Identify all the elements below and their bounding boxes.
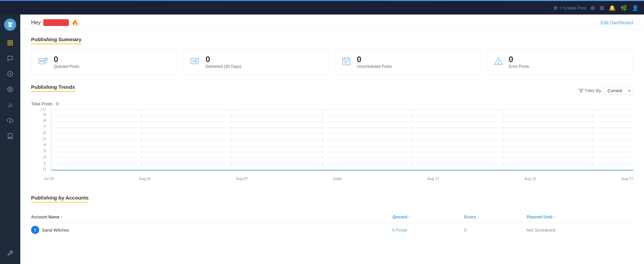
x-label-1: Aug 02: [139, 177, 151, 181]
svg-rect-3: [8, 44, 9, 45]
user-name-redacted: [43, 19, 69, 26]
edit-dashboard-button[interactable]: Edit Dashboard: [600, 20, 633, 25]
layout: Hey 🔥 Edit Dashboard Publishing Summary: [0, 15, 644, 264]
publishing-trends-section: Publishing Trends Filter By Current Prev…: [20, 81, 644, 189]
error-posts-card[interactable]: 0 Error Posts: [487, 50, 634, 75]
create-post-button[interactable]: ⊕ + Create Post: [553, 5, 586, 11]
top-bar: ⊕ + Create Post ⚙ ⊞ 🔔 🌿 👤: [0, 1, 644, 15]
leaf-icon[interactable]: 🌿: [620, 5, 627, 11]
error-posts-label: Error Posts: [509, 64, 529, 69]
svg-text:2: 2: [43, 155, 46, 159]
svg-text:6: 6: [43, 131, 46, 135]
svg-point-14: [40, 60, 42, 62]
delivered-icon: [190, 56, 201, 68]
summary-cards: 0 Queued Posts: [31, 50, 633, 75]
plus-icon: ⊕: [553, 5, 558, 11]
sidebar-item-manage[interactable]: [3, 129, 17, 143]
chart-svg: 10 9 8 7 6 5 4 3 2 1 0: [31, 108, 633, 176]
svg-text:10: 10: [40, 108, 46, 111]
delivered-posts-card[interactable]: 0 Delivered (30 Days): [183, 50, 330, 75]
filter-select-wrapper: Current Previous All Time: [604, 86, 633, 95]
x-label-0: Jul 29: [44, 177, 54, 181]
svg-text:0: 0: [43, 167, 46, 171]
svg-point-7: [8, 87, 13, 92]
svg-point-32: [498, 63, 499, 63]
queued-posts-card[interactable]: 0 Queued Posts: [31, 50, 178, 75]
calendar-icon: [342, 56, 352, 68]
page-header: Hey 🔥 Edit Dashboard: [20, 15, 644, 30]
bell-icon[interactable]: 🔔: [609, 5, 616, 11]
svg-rect-0: [8, 41, 9, 42]
svg-text:4: 4: [43, 143, 46, 147]
sidebar-item-messages[interactable]: [3, 52, 17, 65]
greeting-area: Hey 🔥: [31, 19, 78, 26]
publishing-summary-section: Publishing Summary: [20, 30, 644, 81]
planned-until-cell: Not Scheduled: [526, 222, 633, 238]
chart-container: 10 9 8 7 6 5 4 3 2 1 0: [31, 108, 633, 183]
svg-marker-33: [579, 89, 583, 93]
col-errors[interactable]: Errors ↓: [464, 212, 527, 222]
svg-text:9: 9: [43, 112, 46, 117]
queued-posts-label: Queued Posts: [54, 64, 79, 69]
error-posts-content: 0 Error Posts: [509, 55, 529, 69]
greeting-text: Hey: [31, 20, 41, 26]
errors-cell: 0: [464, 222, 527, 238]
queued-cell: 0 Posts: [392, 222, 464, 238]
svg-text:3: 3: [43, 149, 46, 153]
x-label-5: Aug 22: [524, 177, 536, 181]
filter-icon: [579, 88, 584, 93]
chart-x-labels: Jul 29 Aug 02 Aug 07 today Aug 17 Aug 22…: [31, 176, 633, 181]
unscheduled-posts-label: Unscheduled Posts: [357, 64, 392, 69]
svg-text:5: 5: [43, 137, 46, 141]
x-label-3: today: [333, 177, 342, 181]
table-row: f Sand Witches 0 Posts 0 Not Scheduled: [31, 222, 633, 238]
sidebar-item-listen[interactable]: [3, 83, 17, 96]
col-planned-until[interactable]: Planned Until ↑: [526, 212, 633, 222]
top-bar-icons: ⚙ ⊞ 🔔 🌿 👤: [590, 5, 639, 11]
delivered-posts-number: 0: [206, 55, 242, 63]
publishing-summary-title: Publishing Summary: [31, 36, 81, 44]
unscheduled-posts-content: 0 Unscheduled Posts: [357, 55, 392, 69]
col-queued[interactable]: Queued ↑: [392, 212, 464, 222]
sidebar-item-library[interactable]: [3, 114, 17, 127]
main-content: Hey 🔥 Edit Dashboard Publishing Summary: [20, 15, 644, 264]
queued-posts-number: 0: [54, 55, 79, 63]
gear-icon[interactable]: ⚙: [590, 5, 595, 11]
col-account-name[interactable]: Account Name ↑: [31, 212, 392, 222]
svg-rect-25: [343, 58, 350, 65]
x-label-6: Aug 27: [621, 177, 633, 181]
filter-select[interactable]: Current Previous All Time: [604, 86, 633, 95]
grid-icon[interactable]: ⊞: [600, 5, 604, 11]
sidebar-item-reports[interactable]: [3, 98, 17, 112]
svg-text:8: 8: [43, 118, 46, 123]
sidebar-logo[interactable]: [4, 19, 16, 31]
warning-icon: [494, 56, 504, 68]
error-posts-number: 0: [509, 55, 529, 63]
sidebar-item-dashboard[interactable]: [3, 36, 17, 50]
unscheduled-posts-number: 0: [357, 55, 392, 63]
user-icon[interactable]: 👤: [632, 5, 639, 11]
total-posts-label: Total Posts : 0: [31, 101, 633, 106]
x-label-4: Aug 17: [427, 177, 439, 181]
account-name: Sand Witches: [42, 228, 69, 233]
facebook-icon: f: [31, 226, 39, 234]
fire-emoji: 🔥: [72, 20, 78, 26]
publishing-accounts-title: Publishing by Accounts: [31, 195, 89, 203]
svg-text:1: 1: [43, 161, 46, 165]
sidebar-item-analytics[interactable]: [3, 67, 17, 81]
delivered-posts-label: Delivered (30 Days): [206, 64, 242, 69]
svg-text:7: 7: [43, 125, 46, 129]
sidebar-item-settings[interactable]: [3, 246, 17, 260]
queue-icon: [38, 56, 49, 68]
svg-rect-1: [11, 41, 13, 42]
queued-posts-link[interactable]: 0 Posts: [392, 228, 407, 233]
errors-value: 0: [464, 228, 467, 233]
trends-header: Publishing Trends Filter By Current Prev…: [31, 84, 633, 97]
svg-point-8: [9, 88, 11, 90]
unscheduled-posts-card[interactable]: 0 Unscheduled Posts: [335, 50, 481, 75]
delivered-posts-content: 0 Delivered (30 Days): [206, 55, 242, 69]
svg-rect-2: [11, 44, 13, 45]
accounts-table: Account Name ↑ Queued ↑ Errors ↓ Planned…: [31, 212, 633, 238]
filter-area: Filter By Current Previous All Time: [579, 86, 633, 95]
progress-bar: [0, 0, 644, 1]
